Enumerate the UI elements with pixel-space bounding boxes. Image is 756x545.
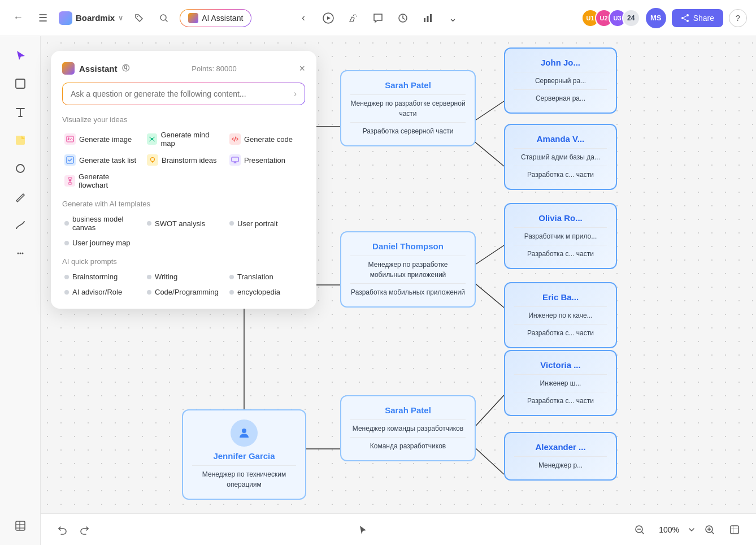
swot-label: SWOT analysis (155, 219, 205, 228)
svg-line-14 (683, 15, 686, 17)
redo-button[interactable] (75, 520, 95, 540)
toolbar-center: ‹ ⌄ (293, 8, 463, 28)
svg-point-38 (242, 429, 246, 433)
menu-button[interactable]: ☰ (34, 9, 52, 27)
toolbar-right: U1 U2 U3 24 MS Share ? (581, 8, 747, 28)
user-portrait-item[interactable]: User portrait (227, 214, 305, 233)
sidebar-frame-tool[interactable] (8, 71, 33, 96)
ai-panel-close-button[interactable]: × (299, 63, 305, 75)
sarah-bottom-role1: Менеджер команды разработчиков (350, 423, 466, 434)
amanda-role2: Разработка с... части (514, 170, 607, 180)
business-canvas-item[interactable]: business model canvas (62, 214, 140, 233)
undo-button[interactable] (52, 520, 72, 540)
swot-item[interactable]: SWOT analysis (145, 214, 223, 233)
sidebar-pen-tool[interactable] (8, 184, 33, 209)
gen-task-item[interactable]: Generate task list (62, 153, 140, 167)
share-button[interactable]: Share (672, 9, 723, 27)
ai-assistant-button[interactable]: AI Assistant (180, 9, 251, 27)
encyclopedia-prompt[interactable]: encyclopedia (227, 287, 305, 297)
svg-point-47 (151, 158, 155, 162)
back-button[interactable]: ← (9, 9, 27, 27)
sidebar-shape-tool[interactable] (8, 156, 33, 181)
celebration-button[interactable] (343, 8, 363, 28)
help-button[interactable]: ? (729, 9, 747, 27)
code-prog-label: Code/Programming (155, 288, 219, 296)
svg-marker-3 (327, 16, 331, 20)
daniel-role2: Разработка мобильных приложений (350, 287, 466, 297)
avatar-count: 24 (622, 9, 640, 27)
svg-rect-49 (68, 178, 72, 179)
sidebar-sticky-tool[interactable] (8, 128, 33, 153)
svg-line-57 (712, 532, 714, 534)
sarah-bottom-role2: Команда разработчиков (350, 441, 466, 451)
zoom-in-button[interactable] (699, 520, 720, 540)
svg-line-53 (642, 532, 644, 534)
ai-search-bar[interactable]: › (62, 83, 305, 105)
help-icon: ? (736, 14, 740, 23)
play-button[interactable] (318, 8, 338, 28)
svg-line-5 (355, 14, 355, 15)
brand-chevron: ∨ (118, 14, 123, 22)
comment-button[interactable] (368, 8, 388, 28)
user-portrait-label: User portrait (237, 219, 278, 228)
sidebar-connector-tool[interactable] (8, 213, 33, 237)
sidebar-cursor-tool[interactable] (8, 43, 33, 68)
eric-role1: Инженер по к каче... (514, 310, 607, 321)
ai-panel-title: Assistant ⓠ (62, 62, 129, 75)
chevron-nav-button[interactable]: ‹ (293, 8, 314, 28)
encyclopedia-label: encyclopedia (237, 288, 280, 296)
zoom-out-button[interactable] (629, 520, 650, 540)
user-journey-item[interactable]: User journey map (62, 237, 140, 248)
top-toolbar: ← ☰ Boardmix ∨ AI Assistant ‹ (0, 0, 756, 36)
brainstorm-item[interactable]: Brainstorm ideas (145, 153, 223, 167)
pointer-button[interactable] (352, 520, 372, 540)
ai-search-input[interactable] (71, 89, 289, 98)
olivia-name: Olivia Ro... (514, 213, 607, 223)
share-label: Share (693, 14, 714, 23)
translation-prompt[interactable]: Translation (227, 271, 305, 282)
history-button[interactable] (393, 8, 413, 28)
ai-send-button[interactable]: › (294, 89, 297, 99)
gen-code-icon (229, 133, 241, 145)
fit-screen-button[interactable] (724, 520, 745, 540)
sidebar-text-tool[interactable] (8, 100, 33, 124)
collaborator-avatars: U1 U2 U3 24 (581, 9, 640, 27)
writing-dot (147, 275, 151, 279)
svg-rect-16 (16, 79, 25, 88)
svg-point-12 (687, 20, 689, 22)
amanda-name: Amanda V... (514, 134, 607, 144)
bottom-right-controls: 100% (629, 520, 745, 540)
svg-rect-48 (232, 157, 238, 162)
ai-advisor-prompt[interactable]: AI advisor/Role (62, 287, 140, 297)
svg-point-13 (681, 17, 684, 19)
chart-button[interactable] (418, 8, 438, 28)
writing-prompt[interactable]: Writing (145, 271, 223, 282)
sidebar-more-tools[interactable] (8, 241, 33, 266)
sarah-top-role2: Разработка серверной части (350, 126, 466, 136)
search-button[interactable] (155, 9, 173, 27)
code-prog-prompt[interactable]: Code/Programming (145, 287, 223, 297)
gen-image-item[interactable]: Generate image (62, 129, 140, 149)
user-avatar[interactable]: MS (646, 8, 666, 28)
sidebar-table-tool[interactable] (8, 513, 33, 538)
eric-role2: Разработка с... части (514, 328, 607, 338)
gen-flowchart-item[interactable]: Generate flowchart (62, 171, 140, 191)
zoom-level[interactable]: 100% (654, 525, 684, 534)
brand-logo[interactable]: Boardmix ∨ (59, 11, 123, 25)
gen-mindmap-item[interactable]: Generate mind map (145, 129, 223, 149)
prompts-grid: Brainstorming Writing Translation AI adv… (62, 271, 305, 297)
presentation-item[interactable]: Presentation (227, 153, 305, 167)
tag-button[interactable] (130, 9, 148, 27)
svg-line-6 (356, 16, 357, 16)
svg-line-15 (683, 18, 686, 20)
daniel-role1: Менеджер по разработке мобильных приложе… (350, 259, 466, 280)
ai-assistant-label: AI Assistant (202, 14, 243, 23)
brainstorming-prompt[interactable]: Brainstorming (62, 271, 140, 282)
eric-name: Eric Ba... (514, 292, 607, 302)
more-center-button[interactable]: ⌄ (442, 8, 463, 28)
svg-rect-10 (430, 14, 432, 22)
gen-flowchart-label: Generate flowchart (79, 172, 138, 189)
jennifer-avatar (231, 419, 258, 447)
gen-code-item[interactable]: Generate code (227, 129, 305, 149)
gen-task-label: Generate task list (79, 156, 136, 165)
